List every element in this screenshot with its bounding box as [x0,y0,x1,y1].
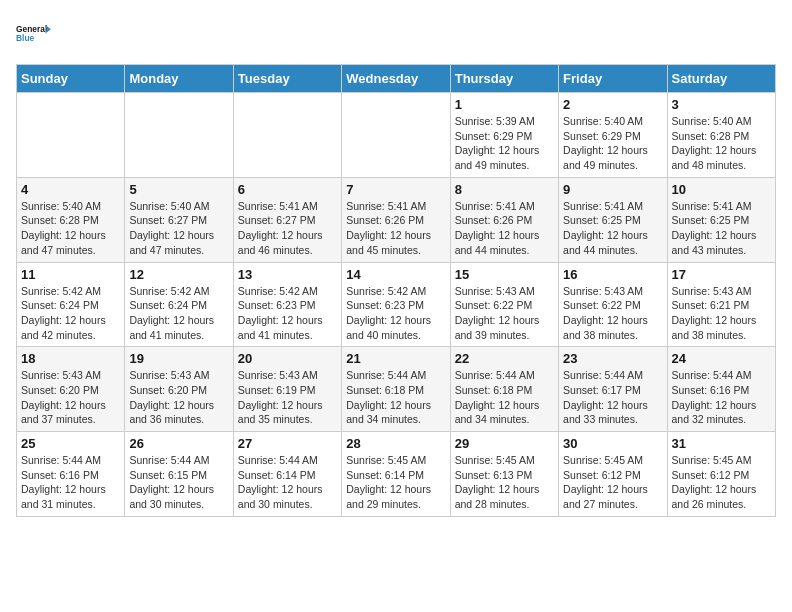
day-info: Sunrise: 5:41 AM Sunset: 6:26 PM Dayligh… [455,199,554,258]
day-info: Sunrise: 5:44 AM Sunset: 6:14 PM Dayligh… [238,453,337,512]
day-number: 4 [21,182,120,197]
day-info: Sunrise: 5:44 AM Sunset: 6:16 PM Dayligh… [672,368,771,427]
calendar-cell: 2Sunrise: 5:40 AM Sunset: 6:29 PM Daylig… [559,93,667,178]
day-number: 7 [346,182,445,197]
day-number: 17 [672,267,771,282]
day-number: 28 [346,436,445,451]
calendar-cell: 14Sunrise: 5:42 AM Sunset: 6:23 PM Dayli… [342,262,450,347]
svg-text:Blue: Blue [16,33,35,43]
weekday-header-friday: Friday [559,65,667,93]
day-info: Sunrise: 5:39 AM Sunset: 6:29 PM Dayligh… [455,114,554,173]
day-number: 31 [672,436,771,451]
calendar-cell: 18Sunrise: 5:43 AM Sunset: 6:20 PM Dayli… [17,347,125,432]
calendar-cell: 24Sunrise: 5:44 AM Sunset: 6:16 PM Dayli… [667,347,775,432]
calendar-cell: 9Sunrise: 5:41 AM Sunset: 6:25 PM Daylig… [559,177,667,262]
day-info: Sunrise: 5:42 AM Sunset: 6:24 PM Dayligh… [129,284,228,343]
day-info: Sunrise: 5:41 AM Sunset: 6:25 PM Dayligh… [563,199,662,258]
calendar-cell [17,93,125,178]
day-info: Sunrise: 5:42 AM Sunset: 6:24 PM Dayligh… [21,284,120,343]
weekday-header-thursday: Thursday [450,65,558,93]
day-number: 22 [455,351,554,366]
day-number: 23 [563,351,662,366]
calendar-cell: 6Sunrise: 5:41 AM Sunset: 6:27 PM Daylig… [233,177,341,262]
day-number: 6 [238,182,337,197]
calendar-cell: 15Sunrise: 5:43 AM Sunset: 6:22 PM Dayli… [450,262,558,347]
day-number: 1 [455,97,554,112]
day-info: Sunrise: 5:40 AM Sunset: 6:28 PM Dayligh… [21,199,120,258]
header: GeneralBlue [16,16,776,52]
weekday-header-sunday: Sunday [17,65,125,93]
day-number: 29 [455,436,554,451]
calendar-week-2: 4Sunrise: 5:40 AM Sunset: 6:28 PM Daylig… [17,177,776,262]
day-number: 12 [129,267,228,282]
day-info: Sunrise: 5:44 AM Sunset: 6:17 PM Dayligh… [563,368,662,427]
day-number: 5 [129,182,228,197]
calendar-cell: 4Sunrise: 5:40 AM Sunset: 6:28 PM Daylig… [17,177,125,262]
calendar-cell: 16Sunrise: 5:43 AM Sunset: 6:22 PM Dayli… [559,262,667,347]
day-number: 2 [563,97,662,112]
calendar-header: SundayMondayTuesdayWednesdayThursdayFrid… [17,65,776,93]
day-info: Sunrise: 5:44 AM Sunset: 6:15 PM Dayligh… [129,453,228,512]
day-info: Sunrise: 5:43 AM Sunset: 6:22 PM Dayligh… [563,284,662,343]
day-number: 15 [455,267,554,282]
calendar-cell: 21Sunrise: 5:44 AM Sunset: 6:18 PM Dayli… [342,347,450,432]
day-number: 3 [672,97,771,112]
calendar-cell: 17Sunrise: 5:43 AM Sunset: 6:21 PM Dayli… [667,262,775,347]
day-info: Sunrise: 5:44 AM Sunset: 6:18 PM Dayligh… [455,368,554,427]
calendar-table: SundayMondayTuesdayWednesdayThursdayFrid… [16,64,776,517]
day-info: Sunrise: 5:44 AM Sunset: 6:16 PM Dayligh… [21,453,120,512]
day-info: Sunrise: 5:44 AM Sunset: 6:18 PM Dayligh… [346,368,445,427]
calendar-body: 1Sunrise: 5:39 AM Sunset: 6:29 PM Daylig… [17,93,776,517]
calendar-week-5: 25Sunrise: 5:44 AM Sunset: 6:16 PM Dayli… [17,432,776,517]
day-number: 10 [672,182,771,197]
day-info: Sunrise: 5:43 AM Sunset: 6:19 PM Dayligh… [238,368,337,427]
day-info: Sunrise: 5:40 AM Sunset: 6:28 PM Dayligh… [672,114,771,173]
weekday-header-row: SundayMondayTuesdayWednesdayThursdayFrid… [17,65,776,93]
day-info: Sunrise: 5:40 AM Sunset: 6:27 PM Dayligh… [129,199,228,258]
calendar-cell: 30Sunrise: 5:45 AM Sunset: 6:12 PM Dayli… [559,432,667,517]
calendar-cell: 29Sunrise: 5:45 AM Sunset: 6:13 PM Dayli… [450,432,558,517]
day-info: Sunrise: 5:45 AM Sunset: 6:13 PM Dayligh… [455,453,554,512]
calendar-cell: 26Sunrise: 5:44 AM Sunset: 6:15 PM Dayli… [125,432,233,517]
day-number: 27 [238,436,337,451]
calendar-cell: 11Sunrise: 5:42 AM Sunset: 6:24 PM Dayli… [17,262,125,347]
day-number: 13 [238,267,337,282]
calendar-cell: 28Sunrise: 5:45 AM Sunset: 6:14 PM Dayli… [342,432,450,517]
day-number: 25 [21,436,120,451]
day-info: Sunrise: 5:41 AM Sunset: 6:25 PM Dayligh… [672,199,771,258]
calendar-cell: 1Sunrise: 5:39 AM Sunset: 6:29 PM Daylig… [450,93,558,178]
calendar-cell: 3Sunrise: 5:40 AM Sunset: 6:28 PM Daylig… [667,93,775,178]
calendar-cell: 8Sunrise: 5:41 AM Sunset: 6:26 PM Daylig… [450,177,558,262]
day-number: 21 [346,351,445,366]
calendar-cell: 13Sunrise: 5:42 AM Sunset: 6:23 PM Dayli… [233,262,341,347]
day-number: 19 [129,351,228,366]
weekday-header-saturday: Saturday [667,65,775,93]
weekday-header-monday: Monday [125,65,233,93]
calendar-cell: 7Sunrise: 5:41 AM Sunset: 6:26 PM Daylig… [342,177,450,262]
day-number: 20 [238,351,337,366]
day-info: Sunrise: 5:41 AM Sunset: 6:26 PM Dayligh… [346,199,445,258]
calendar-week-3: 11Sunrise: 5:42 AM Sunset: 6:24 PM Dayli… [17,262,776,347]
logo: GeneralBlue [16,16,52,52]
calendar-cell [125,93,233,178]
day-info: Sunrise: 5:45 AM Sunset: 6:14 PM Dayligh… [346,453,445,512]
logo-icon: GeneralBlue [16,16,52,52]
day-info: Sunrise: 5:43 AM Sunset: 6:20 PM Dayligh… [129,368,228,427]
day-number: 14 [346,267,445,282]
calendar-cell: 31Sunrise: 5:45 AM Sunset: 6:12 PM Dayli… [667,432,775,517]
weekday-header-tuesday: Tuesday [233,65,341,93]
day-number: 16 [563,267,662,282]
calendar-cell [233,93,341,178]
calendar-cell: 5Sunrise: 5:40 AM Sunset: 6:27 PM Daylig… [125,177,233,262]
day-number: 9 [563,182,662,197]
calendar-cell [342,93,450,178]
calendar-week-4: 18Sunrise: 5:43 AM Sunset: 6:20 PM Dayli… [17,347,776,432]
day-number: 18 [21,351,120,366]
calendar-cell: 23Sunrise: 5:44 AM Sunset: 6:17 PM Dayli… [559,347,667,432]
calendar-cell: 10Sunrise: 5:41 AM Sunset: 6:25 PM Dayli… [667,177,775,262]
day-number: 11 [21,267,120,282]
day-info: Sunrise: 5:40 AM Sunset: 6:29 PM Dayligh… [563,114,662,173]
calendar-week-1: 1Sunrise: 5:39 AM Sunset: 6:29 PM Daylig… [17,93,776,178]
day-info: Sunrise: 5:43 AM Sunset: 6:22 PM Dayligh… [455,284,554,343]
day-number: 26 [129,436,228,451]
